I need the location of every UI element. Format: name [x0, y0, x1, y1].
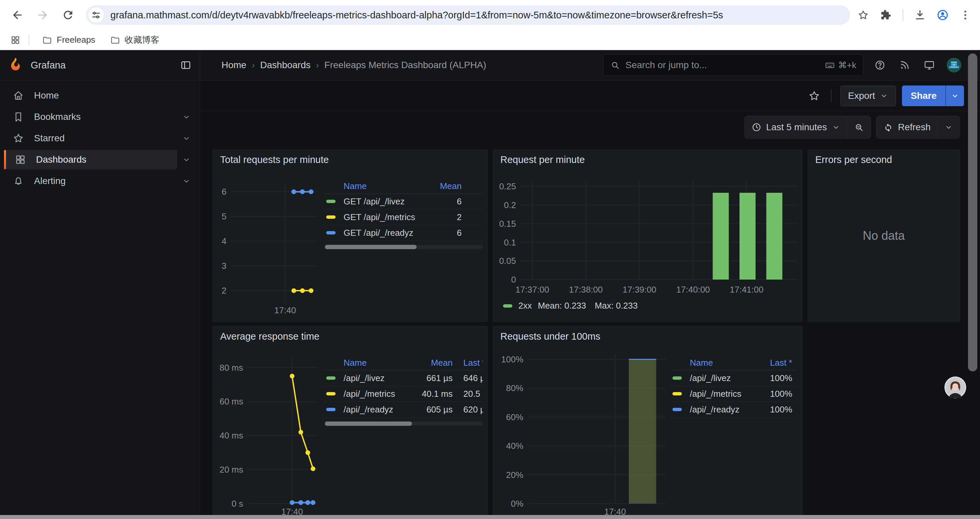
legend-row[interactable]: GET /api/_/metrics2	[325, 209, 483, 225]
panel-title[interactable]: Total requests per minute	[213, 150, 487, 165]
legend-column-header[interactable]: Name	[340, 181, 430, 192]
time-range-picker[interactable]: Last 5 minutes	[745, 116, 847, 138]
bookmark-star-icon[interactable]	[857, 9, 869, 21]
legend-row[interactable]: /api/_/livez661 µs646 µs	[325, 370, 483, 386]
legend-h-scrollbar[interactable]	[325, 422, 483, 426]
data-point[interactable]	[305, 500, 310, 505]
series-line[interactable]	[292, 376, 313, 469]
data-point[interactable]	[309, 189, 313, 194]
extensions-icon[interactable]	[880, 9, 892, 21]
legend-row[interactable]: GET /api/_/readyz6	[325, 225, 483, 241]
browser-reload-button[interactable]	[60, 7, 76, 23]
address-bar[interactable]: grafana.mathmast.com/d/deytv4rwavabkb/fr…	[86, 5, 850, 25]
sidebar-link-starred[interactable]: Starred	[4, 129, 177, 148]
data-point[interactable]	[310, 466, 315, 471]
refresh-button[interactable]: Refresh	[877, 116, 937, 138]
legend-column-header[interactable]: Last *	[453, 358, 483, 368]
chart-total-requests[interactable]: 6543217:40	[215, 176, 329, 319]
zoom-out-icon	[854, 122, 864, 132]
sidebar-expand-button[interactable]	[177, 171, 196, 191]
sidebar-link-home[interactable]: Home	[4, 86, 196, 105]
legend-column-header[interactable]: Mean	[408, 358, 453, 368]
data-point[interactable]	[300, 288, 305, 293]
legend-h-scrollbar[interactable]	[325, 245, 483, 249]
download-icon[interactable]	[914, 9, 926, 21]
panel-title[interactable]: Requests under 100ms	[493, 326, 802, 342]
breadcrumb-item-2[interactable]: Freeleaps Metrics Dashboard (ALPHA)	[324, 60, 486, 70]
sidebar-item-label: Starred	[34, 133, 65, 144]
grafana-logo[interactable]	[9, 58, 23, 72]
data-point[interactable]	[309, 288, 313, 293]
chart-average-response-time[interactable]: 80 ms60 ms40 ms20 ms0 s17:40	[215, 352, 329, 515]
breadcrumb-item-1[interactable]: Dashboards	[260, 60, 310, 70]
refresh-interval-button[interactable]	[937, 116, 960, 138]
toolbar-divider	[903, 9, 903, 21]
bar[interactable]	[740, 193, 756, 279]
series-color-pill	[325, 216, 340, 219]
user-avatar[interactable]	[947, 58, 961, 72]
chart-requests-under-100ms[interactable]: 100%80%60%40%20%0%17:40	[496, 352, 682, 515]
legend-row[interactable]: /api/_/metrics40.1 ms20.5 ms	[325, 386, 483, 402]
export-button[interactable]: Export	[840, 86, 896, 106]
data-point[interactable]	[310, 500, 315, 505]
zoom-out-button[interactable]	[847, 116, 870, 138]
share-button[interactable]: Share	[902, 86, 945, 106]
floating-assistant-avatar[interactable]	[944, 376, 967, 399]
sidebar: HomeBookmarksStarredDashboardsAlerting	[0, 80, 200, 515]
sidebar-link-bookmarks[interactable]: Bookmarks	[4, 107, 177, 126]
data-point[interactable]	[300, 189, 305, 194]
browser-back-button[interactable]	[10, 7, 25, 23]
legend-cell: 100%	[756, 373, 792, 383]
legend-row[interactable]: GET /api/_/livez6	[325, 194, 483, 209]
favorite-dashboard-button[interactable]	[806, 88, 822, 104]
panel-title[interactable]: Request per minute	[493, 150, 802, 165]
series-color-pill	[325, 200, 340, 203]
bookmark-folder-0[interactable]: Freeleaps	[36, 32, 102, 48]
legend-series-name[interactable]: 2xx	[519, 300, 532, 311]
search-input[interactable]: Search or jump to... ⌘+k	[603, 54, 863, 76]
profile-icon[interactable]	[937, 9, 949, 21]
series-color-pill[interactable]	[503, 304, 512, 308]
share-menu-button[interactable]	[945, 86, 964, 106]
data-point[interactable]	[299, 500, 303, 505]
menu-dots-icon[interactable]	[959, 9, 971, 21]
legend-row[interactable]: /api/_/metrics100%	[671, 386, 797, 402]
legend-row[interactable]: /api/_/readyz605 µs620 µs	[325, 402, 483, 417]
legend-column-header[interactable]: Last *	[756, 358, 792, 368]
sidebar-expand-button[interactable]	[177, 150, 196, 169]
legend-column-header[interactable]: Name	[340, 358, 408, 368]
bookmark-folder-1[interactable]: 收藏博客	[104, 31, 165, 48]
browser-forward-button[interactable]	[35, 7, 51, 23]
legend-column-header[interactable]: Name	[686, 358, 756, 368]
help-button[interactable]	[873, 58, 887, 72]
legend-cell: 100%	[756, 404, 792, 415]
data-point[interactable]	[290, 500, 294, 505]
bar[interactable]	[629, 359, 656, 504]
data-point[interactable]	[291, 288, 296, 293]
url-text[interactable]: grafana.mathmast.com/d/deytv4rwavabkb/fr…	[110, 10, 842, 21]
legend-cell: GET /api/_/readyz	[340, 228, 430, 238]
mega-menu-toggle[interactable]	[178, 57, 194, 73]
bar[interactable]	[713, 193, 729, 279]
sidebar-expand-button[interactable]	[177, 129, 196, 148]
data-point[interactable]	[305, 450, 310, 455]
sidebar-link-dashboards[interactable]: Dashboards	[4, 150, 177, 169]
news-button[interactable]	[897, 58, 912, 72]
sidebar-expand-button[interactable]	[177, 107, 196, 126]
data-point[interactable]	[299, 430, 303, 434]
bar[interactable]	[766, 193, 782, 279]
data-point[interactable]	[291, 189, 296, 194]
chart-request-per-minute[interactable]: 0.250.20.150.10.05017:37:0017:38:0017:39…	[496, 176, 801, 303]
page-scrollbar[interactable]	[968, 53, 977, 371]
panel-title[interactable]: Average response time	[213, 326, 487, 342]
y-tick-label: 40%	[506, 441, 523, 451]
apps-button[interactable]	[8, 33, 23, 48]
legend-row[interactable]: /api/_/livez100%	[671, 370, 797, 386]
site-settings-chip[interactable]	[88, 7, 104, 23]
sidebar-link-alerting[interactable]: Alerting	[4, 171, 177, 191]
kiosk-mode-button[interactable]	[922, 58, 937, 72]
data-point[interactable]	[290, 374, 294, 378]
breadcrumb-item-0[interactable]: Home	[221, 60, 247, 70]
legend-row[interactable]: /api/_/readyz100%	[671, 402, 797, 417]
legend-column-header[interactable]: Mean	[430, 181, 461, 192]
